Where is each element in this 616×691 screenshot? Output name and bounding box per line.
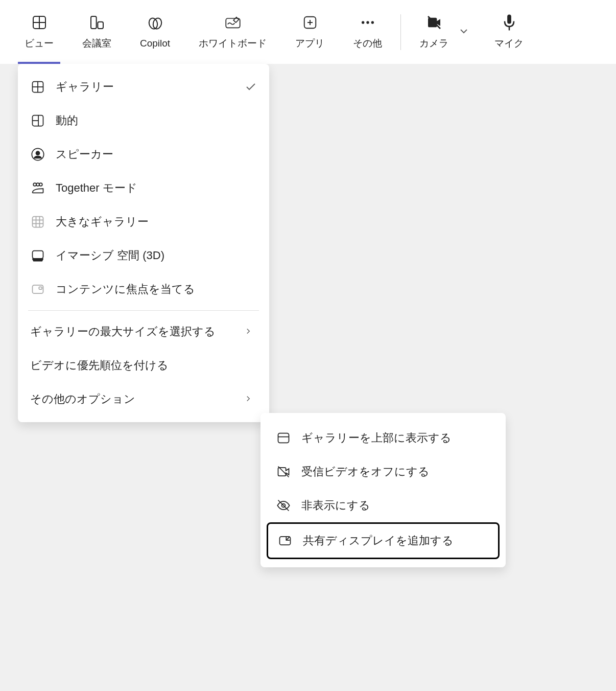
more-icon <box>360 14 376 31</box>
svg-point-24 <box>36 151 40 155</box>
view-dropdown: ギャラリー 動的 スピーカー Together モード 大きなギャラリー イマー… <box>18 64 269 422</box>
other-options-submenu: ギャラリーを上部に表示する 受信ビデオをオフにする 非表示にする 共有ディスプレ… <box>260 413 506 567</box>
apps-icon <box>302 14 318 31</box>
dropdown-prioritize-video[interactable]: ビデオに優先順位を付ける <box>18 349 269 382</box>
submenu-add-display-label: 共有ディスプレイを追加する <box>303 533 454 548</box>
dropdown-immersive[interactable]: イマーシブ 空間 (3D) <box>18 239 269 272</box>
submenu-add-display[interactable]: 共有ディスプレイを追加する <box>267 522 500 559</box>
submenu-gallery-top[interactable]: ギャラリーを上部に表示する <box>267 421 500 455</box>
toolbar-copilot-label: Copilot <box>140 38 170 49</box>
dropdown-divider <box>28 310 259 311</box>
dropdown-other-options[interactable]: その他のオプション <box>18 382 269 416</box>
dropdown-gallery-label: ギャラリー <box>56 79 234 95</box>
camera-off-icon <box>426 14 442 31</box>
dropdown-gallery[interactable]: ギャラリー <box>18 70 269 104</box>
svg-rect-4 <box>98 21 103 28</box>
svg-point-13 <box>371 21 373 24</box>
toolbar-rooms-label: 会議室 <box>82 37 111 50</box>
toolbar-mic-label: マイク <box>494 37 524 50</box>
toolbar-divider <box>400 14 401 50</box>
toolbar-whiteboard[interactable]: ホワイトボード <box>184 0 281 64</box>
speaker-icon <box>30 147 45 162</box>
chevron-right-icon <box>244 394 254 404</box>
whiteboard-icon <box>225 14 241 31</box>
submenu-hide[interactable]: 非表示にする <box>267 489 500 522</box>
hide-icon <box>276 498 291 513</box>
dropdown-dynamic-label: 動的 <box>56 113 257 128</box>
toolbar-camera-label: カメラ <box>419 37 448 50</box>
dropdown-large-gallery-label: 大きなギャラリー <box>56 214 257 229</box>
dropdown-focus-content[interactable]: コンテンツに焦点を当てる <box>18 272 269 306</box>
dropdown-speaker-label: スピーカー <box>56 147 257 162</box>
toolbar-more[interactable]: その他 <box>339 0 396 64</box>
video-off-icon <box>276 464 291 479</box>
toolbar-mic[interactable]: マイク <box>480 0 538 64</box>
dropdown-dynamic[interactable]: 動的 <box>18 104 269 137</box>
svg-rect-7 <box>226 18 240 28</box>
check-icon <box>245 81 257 93</box>
rooms-icon <box>89 14 105 31</box>
focus-content-icon <box>30 282 45 297</box>
toolbar: ビュー 会議室 Copilot ホワイトボード アプリ その他 カメラ <box>0 0 616 64</box>
svg-rect-36 <box>278 433 289 443</box>
toolbar-whiteboard-label: ホワイトボード <box>199 37 267 50</box>
submenu-video-off[interactable]: 受信ビデオをオフにする <box>267 455 500 489</box>
dropdown-together[interactable]: Together モード <box>18 171 269 205</box>
dropdown-focus-content-label: コンテンツに焦点を当てる <box>56 282 257 297</box>
dropdown-immersive-label: イマーシブ 空間 (3D) <box>56 248 257 263</box>
dropdown-prioritize-video-label: ビデオに優先順位を付ける <box>30 358 257 373</box>
dropdown-gallery-size[interactable]: ギャラリーの最大サイズを選択する <box>18 315 269 349</box>
svg-point-12 <box>366 21 369 24</box>
toolbar-camera[interactable]: カメラ <box>405 0 463 64</box>
toolbar-apps-label: アプリ <box>295 37 324 50</box>
together-icon <box>30 180 45 196</box>
dynamic-icon <box>30 113 45 128</box>
svg-rect-33 <box>33 251 43 259</box>
toolbar-more-label: その他 <box>353 37 382 50</box>
mic-icon <box>501 14 517 31</box>
svg-rect-35 <box>39 287 42 289</box>
svg-point-11 <box>362 21 364 24</box>
dropdown-other-options-label: その他のオプション <box>30 391 233 407</box>
toolbar-view-label: ビュー <box>25 37 54 50</box>
large-gallery-icon <box>30 214 45 229</box>
add-display-icon <box>277 533 293 548</box>
dropdown-large-gallery[interactable]: 大きなギャラリー <box>18 205 269 239</box>
submenu-gallery-top-label: ギャラリーを上部に表示する <box>301 430 452 446</box>
submenu-video-off-label: 受信ビデオをオフにする <box>301 464 430 479</box>
svg-rect-28 <box>33 217 43 227</box>
toolbar-view[interactable]: ビュー <box>10 0 68 64</box>
chevron-right-icon <box>244 327 254 337</box>
svg-rect-15 <box>507 14 511 24</box>
top-gallery-icon <box>276 430 291 446</box>
svg-rect-3 <box>91 16 97 29</box>
submenu-hide-label: 非表示にする <box>301 498 370 513</box>
toolbar-copilot[interactable]: Copilot <box>126 0 184 64</box>
gallery-icon <box>30 79 45 95</box>
toolbar-apps[interactable]: アプリ <box>281 0 339 64</box>
copilot-icon <box>147 15 163 32</box>
svg-point-27 <box>36 183 39 186</box>
dropdown-together-label: Together モード <box>56 180 257 196</box>
grid-icon <box>31 14 48 31</box>
toolbar-rooms[interactable]: 会議室 <box>68 0 126 64</box>
immersive-icon <box>30 248 45 263</box>
dropdown-speaker[interactable]: スピーカー <box>18 137 269 171</box>
dropdown-gallery-size-label: ギャラリーの最大サイズを選択する <box>30 324 233 339</box>
